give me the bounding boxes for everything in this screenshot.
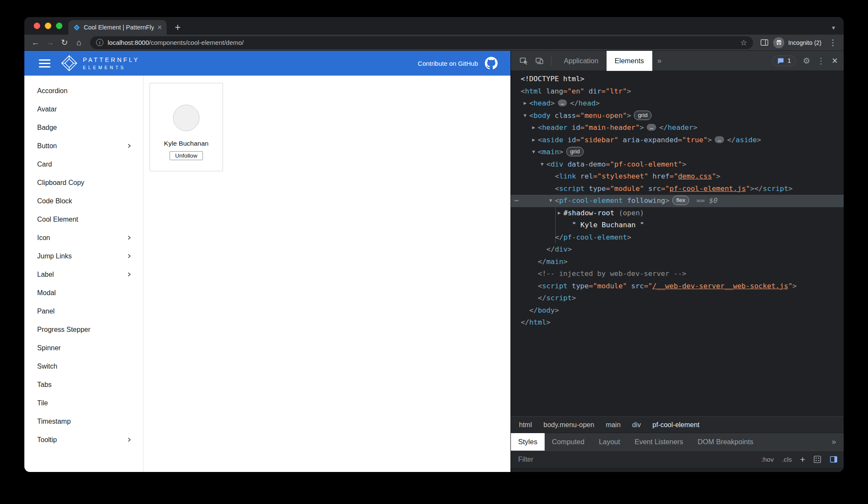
devtools-close-icon[interactable]: × [832,56,838,66]
dom-tree-node[interactable]: <link rel="stylesheet" href="demo.css"> [511,170,844,183]
inline-ellipsis-button[interactable]: … [715,136,724,143]
window-minimize-button[interactable] [45,23,51,29]
tab-search-chevron-icon[interactable]: ▾ [832,24,837,32]
new-tab-button[interactable]: + [172,22,184,34]
breadcrumb-item-pf-cool-element[interactable]: pf-cool-element [652,421,699,429]
side-panel-icon[interactable] [757,38,771,47]
devtools-tab-application[interactable]: Application [556,51,607,71]
forward-button[interactable]: → [43,36,57,49]
home-button[interactable]: ⌂ [72,36,86,49]
dom-tree-node[interactable]: </script> [511,292,844,305]
styles-tab-layout[interactable]: Layout [592,433,628,451]
dom-tree-node[interactable]: ⋯▼<pf-cool-element following>flex == $0 [511,195,844,207]
inline-ellipsis-button[interactable]: … [647,124,656,131]
hamburger-menu-icon[interactable] [39,59,50,67]
dom-tree-node[interactable]: ▼<main>grid [511,146,844,158]
sidebar-item-icon[interactable]: Icon [24,229,143,247]
sidebar-item-tabs[interactable]: Tabs [24,375,143,394]
node-more-actions-icon[interactable]: ⋯ [514,195,519,207]
expand-arrow-closed-icon[interactable]: ▶ [521,97,529,110]
element-states-icon[interactable] [813,455,821,463]
sidebar-item-switch[interactable]: Switch [24,357,143,375]
devtools-tab-elements[interactable]: Elements [607,51,652,71]
unfollow-button[interactable]: Unfollow [170,151,203,160]
dom-tree-node[interactable]: <html lang="en" dir="ltr"> [511,85,844,98]
expand-arrow-open-icon[interactable]: ▼ [529,146,538,158]
styles-filter-input[interactable]: Filter [518,456,753,463]
breadcrumb-item-html[interactable]: html [519,421,532,429]
breadcrumb-item-div[interactable]: div [632,421,641,429]
sidebar-item-accordion[interactable]: Accordion [24,82,143,100]
brand[interactable]: PATTERNFLY ELEMENTS [61,55,140,72]
styles-tab-styles[interactable]: Styles [511,433,545,451]
address-bar[interactable]: i localhost:8000/components/cool-element… [90,36,753,49]
sidebar-item-cool-element[interactable]: Cool Element [24,210,143,229]
dom-tree-node[interactable]: ▼<div data-demo="pf-cool-element"> [511,158,844,171]
dom-tree-node[interactable]: " Kyle Buchanan " [511,219,844,231]
sidebar-item-clipboard-copy[interactable]: Clipboard Copy [24,173,143,192]
sidebar-item-tile[interactable]: Tile [24,394,143,412]
flex-badge[interactable]: flex [672,196,689,205]
grid-badge[interactable]: grid [634,111,651,120]
github-icon[interactable] [485,57,498,70]
sidebar-item-timestamp[interactable]: Timestamp [24,412,143,431]
expand-arrow-open-icon[interactable]: ▼ [546,195,555,207]
toggle-class-button[interactable]: .cls [782,456,792,463]
expand-arrow-closed-icon[interactable]: ▶ [555,207,563,220]
breadcrumb-item-main[interactable]: main [606,421,621,429]
tab-close-icon[interactable]: × [157,23,162,31]
sidebar-item-panel[interactable]: Panel [24,302,143,320]
browser-menu-icon[interactable]: ⋮ [827,38,839,47]
dom-tree-node[interactable]: </body> [511,305,844,317]
issues-counter[interactable]: 1 [772,56,796,66]
styles-more-icon[interactable]: » [829,437,839,446]
sidebar-item-avatar[interactable]: Avatar [24,100,143,118]
contribute-link[interactable]: Contribute on GitHub [418,60,478,67]
expand-arrow-open-icon[interactable]: ▼ [521,110,529,122]
window-zoom-button[interactable] [56,23,62,29]
dom-tree-node[interactable]: ▶#shadow-root (open) [511,207,844,220]
expand-arrow-closed-icon[interactable]: ▶ [529,122,538,134]
dom-tree-node[interactable]: <script type="module" src="pf-cool-eleme… [511,183,844,195]
dom-tree-node[interactable]: ▼<body class="menu-open">grid [511,110,844,122]
toggle-hover-state-button[interactable]: :hov [761,456,774,463]
inspect-element-icon[interactable] [516,53,531,68]
device-toolbar-icon[interactable] [531,53,547,68]
window-close-button[interactable] [34,23,40,29]
sidebar-item-label[interactable]: Label [24,265,143,284]
incognito-badge[interactable]: Incognito (2) [772,36,826,49]
expand-arrow-open-icon[interactable]: ▼ [538,158,546,171]
browser-tab[interactable]: Cool Element | PatternFly Elem × [68,20,167,35]
sidebar-item-modal[interactable]: Modal [24,284,143,302]
sidebar-item-card[interactable]: Card [24,155,143,173]
sidebar-item-jump-links[interactable]: Jump Links [24,247,143,265]
sidebar-item-badge[interactable]: Badge [24,118,143,137]
dom-tree-node[interactable]: ▶<aside id="sidebar" aria-expanded="true… [511,134,844,147]
site-info-icon[interactable]: i [96,39,103,46]
styles-tab-computed[interactable]: Computed [545,433,592,451]
back-button[interactable]: ← [29,36,42,49]
bookmark-star-icon[interactable]: ☆ [740,38,747,47]
new-style-rule-button[interactable]: + [800,455,805,464]
dom-tree-node[interactable]: <script type="module" src="/__web-dev-se… [511,280,844,293]
grid-badge[interactable]: grid [566,147,584,156]
more-panels-icon[interactable]: » [652,56,667,65]
devtools-menu-icon[interactable]: ⋮ [817,56,825,66]
inline-ellipsis-button[interactable]: … [558,100,567,106]
styles-tab-event-listeners[interactable]: Event Listeners [628,433,691,451]
sidebar-item-spinner[interactable]: Spinner [24,339,143,357]
dom-tree-node[interactable]: </div> [511,243,844,256]
dom-tree-node[interactable]: ▶<head>…</head> [511,97,844,110]
dom-tree-node[interactable]: </html> [511,316,844,329]
sidebar-item-code-block[interactable]: Code Block [24,192,143,210]
dom-tree-node[interactable]: ▶<header id="main-header">…</header> [511,122,844,134]
toggle-sidebar-icon[interactable] [830,455,838,463]
reload-button[interactable]: ↻ [58,36,71,49]
styles-tab-dom-breakpoints[interactable]: DOM Breakpoints [690,433,760,451]
settings-gear-icon[interactable]: ⚙ [803,56,810,66]
sidebar-item-progress-stepper[interactable]: Progress Stepper [24,320,143,339]
dom-tree-node[interactable]: <!-- injected by web-dev-server --> [511,268,844,280]
dom-tree-node[interactable]: <!DOCTYPE html> [511,73,844,85]
sidebar-item-button[interactable]: Button [24,137,143,155]
sidebar-item-tooltip[interactable]: Tooltip [24,431,143,449]
